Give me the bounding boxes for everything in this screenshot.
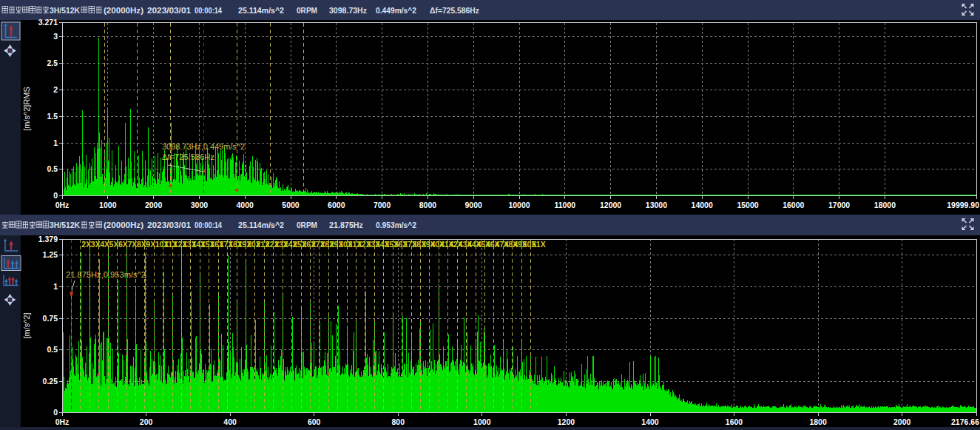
svg-text:11000: 11000	[554, 201, 575, 209]
svg-text:7X: 7X	[128, 240, 138, 249]
svg-text:16000: 16000	[783, 201, 804, 209]
svg-text:1: 1	[53, 138, 58, 147]
svg-text:1.379: 1.379	[38, 235, 58, 243]
svg-text:2: 2	[53, 85, 58, 94]
svg-text:3X: 3X	[91, 240, 101, 249]
svg-text:0RPM: 0RPM	[297, 221, 317, 229]
svg-text:3000: 3000	[191, 201, 209, 209]
svg-text:3H/512K: 3H/512K	[50, 6, 81, 15]
svg-text:1200: 1200	[558, 417, 575, 426]
svg-text:1800: 1800	[809, 417, 827, 426]
svg-text:0.5: 0.5	[47, 345, 58, 354]
svg-text:21.875Hz,0.953m/s^2: 21.875Hz,0.953m/s^2	[66, 270, 146, 279]
svg-text:2176.66: 2176.66	[951, 417, 979, 426]
svg-text:4000: 4000	[237, 201, 254, 209]
svg-text:2.5: 2.5	[47, 58, 58, 67]
svg-text:10000: 10000	[508, 201, 530, 209]
svg-text:14000: 14000	[692, 201, 713, 209]
svg-text:6X: 6X	[118, 240, 128, 249]
svg-text:0Hz: 0Hz	[55, 417, 70, 426]
svg-text:2000: 2000	[893, 417, 911, 426]
svg-text:8000: 8000	[419, 201, 437, 209]
svg-text:[m/s^2]RMS: [m/s^2]RMS	[22, 87, 31, 131]
svg-text:3098.73Hz,0.449m/s^2: 3098.73Hz,0.449m/s^2	[162, 142, 245, 151]
svg-text:0RPM: 0RPM	[297, 6, 317, 15]
svg-text:9000: 9000	[465, 201, 483, 209]
svg-text:0.75: 0.75	[43, 314, 58, 323]
svg-text:3098.73Hz: 3098.73Hz	[329, 6, 367, 15]
svg-text:(20000Hz): (20000Hz)	[104, 6, 143, 15]
svg-text:2X: 2X	[81, 240, 91, 249]
svg-text:5000: 5000	[282, 201, 300, 209]
svg-text:0.5: 0.5	[47, 164, 58, 173]
svg-text:00:00:14: 00:00:14	[195, 6, 222, 15]
svg-text:19999.90: 19999.90	[947, 201, 979, 209]
svg-text:Δf=725.586Hz: Δf=725.586Hz	[162, 152, 214, 161]
svg-text:13000: 13000	[646, 201, 667, 209]
svg-text:200: 200	[140, 417, 153, 426]
svg-text:[m/s^2]: [m/s^2]	[22, 312, 31, 338]
svg-text:0: 0	[53, 191, 58, 200]
svg-text:25.114m/s^2: 25.114m/s^2	[238, 221, 284, 229]
svg-text:(20000Hz): (20000Hz)	[104, 221, 143, 229]
svg-text:9X: 9X	[146, 240, 155, 249]
svg-text:25.114m/s^2: 25.114m/s^2	[238, 6, 284, 15]
svg-text:800: 800	[392, 417, 405, 426]
svg-text:1.25: 1.25	[43, 250, 58, 259]
svg-text:600: 600	[308, 417, 321, 426]
svg-text:1000: 1000	[473, 417, 491, 426]
svg-text:2000: 2000	[145, 201, 163, 209]
svg-text:1400: 1400	[641, 417, 659, 426]
svg-text:2023/03/01: 2023/03/01	[147, 221, 192, 229]
svg-text:5X: 5X	[109, 240, 119, 249]
svg-text:0.449m/s^2: 0.449m/s^2	[376, 6, 416, 15]
svg-text:0.25: 0.25	[43, 377, 58, 386]
svg-text:18000: 18000	[874, 201, 896, 209]
svg-text:1: 1	[53, 282, 58, 291]
svg-text:0.953m/s^2: 0.953m/s^2	[376, 221, 416, 229]
svg-text:17000: 17000	[828, 201, 850, 209]
svg-text:1600: 1600	[726, 417, 743, 426]
svg-text:1.5: 1.5	[47, 112, 58, 121]
svg-text:0Hz: 0Hz	[55, 201, 70, 209]
svg-text:00:00:14: 00:00:14	[195, 221, 222, 229]
svg-text:21.875Hz: 21.875Hz	[329, 221, 363, 229]
svg-text:7000: 7000	[374, 201, 391, 209]
svg-text:1000: 1000	[99, 201, 117, 209]
svg-text:6000: 6000	[328, 201, 345, 209]
svg-text:4X: 4X	[100, 240, 109, 249]
svg-text:3.271: 3.271	[38, 18, 58, 27]
svg-text:400: 400	[223, 417, 237, 426]
svg-text:3: 3	[53, 32, 58, 41]
svg-text:3H/512K: 3H/512K	[50, 221, 81, 229]
svg-text:15000: 15000	[737, 201, 758, 209]
svg-text:8X: 8X	[137, 240, 146, 249]
svg-text:2023/03/01: 2023/03/01	[147, 6, 192, 15]
svg-text:Δf=725.586Hz: Δf=725.586Hz	[430, 6, 479, 15]
svg-text:0: 0	[53, 408, 58, 417]
svg-text:12000: 12000	[600, 201, 621, 209]
svg-text:51X: 51X	[532, 240, 546, 249]
